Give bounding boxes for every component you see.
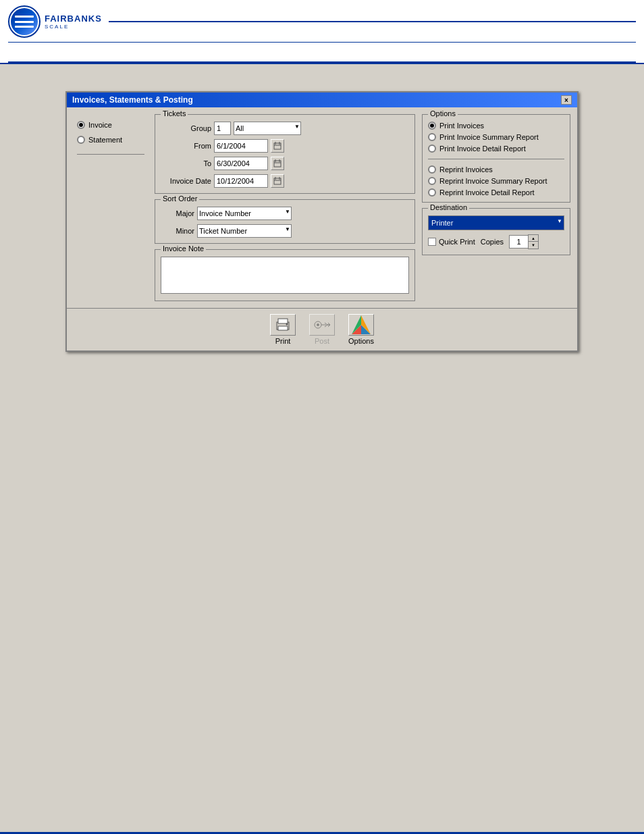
radio-print-summary-btn[interactable] (428, 133, 436, 141)
options-button-icon-box (348, 314, 374, 336)
company-subtitle: SCALE (45, 24, 102, 30)
invoice-date-calendar-button[interactable] (271, 174, 284, 188)
option-reprint-summary[interactable]: Reprint Invoice Summary Report (428, 177, 564, 185)
to-row: To (161, 157, 409, 170)
copies-input-wrapper: ▲ ▼ (509, 234, 539, 249)
tickets-group-title: Tickets (161, 109, 188, 118)
main-area: Invoices, Statements & Posting × Invoice… (0, 64, 644, 379)
printer-select[interactable]: Printer Screen File (428, 215, 564, 230)
left-panel: Invoice Statement (74, 114, 148, 301)
option-print-invoices-label: Print Invoices (439, 122, 484, 130)
center-panel: Tickets Group All ▼ (155, 114, 415, 301)
print-button[interactable]: Print (270, 314, 296, 345)
dialog-footer: Print Post (67, 308, 577, 350)
post-button-icon-box (309, 314, 335, 336)
dialog-title: Invoices, Statements & Posting (72, 95, 193, 105)
calendar-icon (273, 142, 281, 150)
group-name-select-wrapper: All ▼ (234, 122, 301, 135)
from-date-input[interactable] (214, 139, 268, 153)
copies-up-button[interactable]: ▲ (529, 235, 538, 242)
options-button-label: Options (348, 337, 374, 345)
copies-down-button[interactable]: ▼ (529, 242, 538, 249)
dialog-body: Invoice Statement Tickets Group (67, 107, 577, 308)
radio-invoice[interactable]: Invoice (77, 121, 144, 129)
close-button[interactable]: × (561, 95, 572, 105)
header: FAIRBANKS SCALE (0, 0, 644, 64)
post-button[interactable]: Post (309, 314, 335, 345)
header-top: FAIRBANKS SCALE (8, 5, 636, 43)
copies-spinner: ▲ ▼ (528, 234, 539, 249)
options-group-title: Options (428, 109, 458, 118)
copies-input[interactable] (509, 235, 528, 249)
radio-invoice-btn[interactable] (77, 121, 85, 129)
minor-select[interactable]: Ticket Number Invoice Number Customer (197, 224, 292, 238)
sub-header (8, 43, 636, 63)
option-reprint-detail[interactable]: Reprint Invoice Detail Report (428, 188, 564, 197)
option-reprint-summary-label: Reprint Invoice Summary Report (439, 177, 547, 185)
option-print-invoices[interactable]: Print Invoices (428, 122, 564, 130)
major-label: Major (161, 209, 194, 217)
minor-select-wrapper: Ticket Number Invoice Number Customer ▼ (197, 224, 292, 238)
logo-container: FAIRBANKS SCALE (8, 5, 102, 38)
to-date-input[interactable] (214, 157, 268, 170)
quick-print-label: Quick Print (439, 238, 475, 246)
options-content: Print Invoices Print Invoice Summary Rep… (428, 122, 564, 197)
options-button[interactable]: Options (348, 314, 374, 345)
radio-print-detail-btn[interactable] (428, 145, 436, 153)
invoice-date-label: Invoice Date (161, 177, 211, 185)
calendar-icon (273, 177, 281, 185)
radio-statement[interactable]: Statement (77, 136, 144, 144)
options-icon (350, 315, 372, 334)
major-select[interactable]: Invoice Number Ticket Number Customer (197, 207, 292, 220)
group-row: Group All ▼ (161, 122, 409, 135)
option-reprint-invoices[interactable]: Reprint Invoices (428, 165, 564, 174)
option-reprint-invoices-label: Reprint Invoices (439, 165, 493, 174)
logo-text: FAIRBANKS SCALE (45, 14, 102, 30)
company-name: FAIRBANKS (45, 14, 102, 24)
quick-print-checkbox[interactable] (428, 238, 436, 246)
destination-groupbox: Destination Printer Screen File ▼ (422, 208, 570, 255)
radio-reprint-detail-btn[interactable] (428, 188, 436, 197)
invoice-date-input[interactable] (214, 174, 268, 188)
svg-point-17 (317, 323, 319, 326)
option-reprint-detail-label: Reprint Invoice Detail Report (439, 188, 535, 197)
from-calendar-button[interactable] (271, 139, 284, 153)
print-button-label: Print (275, 337, 291, 345)
quick-print-checkbox-wrapper[interactable]: Quick Print (428, 238, 475, 246)
destination-content: Printer Screen File ▼ Quick Print (428, 215, 564, 249)
invoice-note-content (161, 257, 409, 295)
destination-group-title: Destination (428, 203, 469, 211)
minor-row: Minor Ticket Number Invoice Number Custo… (161, 224, 409, 238)
invoice-note-group-title: Invoice Note (161, 244, 206, 253)
sort-order-groupbox: Sort Order Major Invoice Number Ticket N… (155, 199, 415, 244)
group-number-input[interactable] (214, 122, 231, 135)
dialog-invoices: Invoices, Statements & Posting × Invoice… (65, 91, 579, 352)
from-row: From (161, 139, 409, 153)
invoice-note-textarea[interactable] (161, 257, 409, 294)
radio-statement-btn[interactable] (77, 136, 85, 144)
option-print-detail[interactable]: Print Invoice Detail Report (428, 145, 564, 153)
copies-label: Copies (481, 238, 504, 246)
print-button-icon-box (270, 314, 296, 336)
header-divider (109, 21, 636, 22)
radio-print-invoices-btn[interactable] (428, 122, 436, 130)
option-print-summary-label: Print Invoice Summary Report (439, 133, 539, 141)
minor-label: Minor (161, 227, 194, 235)
option-print-summary[interactable]: Print Invoice Summary Report (428, 133, 564, 141)
radio-statement-label: Statement (88, 136, 122, 144)
radio-reprint-summary-btn[interactable] (428, 177, 436, 185)
from-label: From (161, 142, 211, 150)
radio-reprint-invoices-btn[interactable] (428, 165, 436, 174)
tickets-groupbox: Tickets Group All ▼ (155, 114, 415, 194)
printer-select-wrapper: Printer Screen File ▼ (428, 215, 564, 230)
dialog-titlebar: Invoices, Statements & Posting × (67, 93, 577, 107)
calendar-icon (273, 159, 281, 167)
svg-rect-14 (278, 326, 288, 330)
group-name-select[interactable]: All (234, 122, 301, 135)
radio-invoice-label: Invoice (88, 121, 112, 129)
to-calendar-button[interactable] (271, 157, 284, 170)
left-panel-divider (77, 154, 144, 155)
major-row: Major Invoice Number Ticket Number Custo… (161, 207, 409, 220)
print-icon (275, 317, 291, 332)
invoice-date-row: Invoice Date (161, 174, 409, 188)
